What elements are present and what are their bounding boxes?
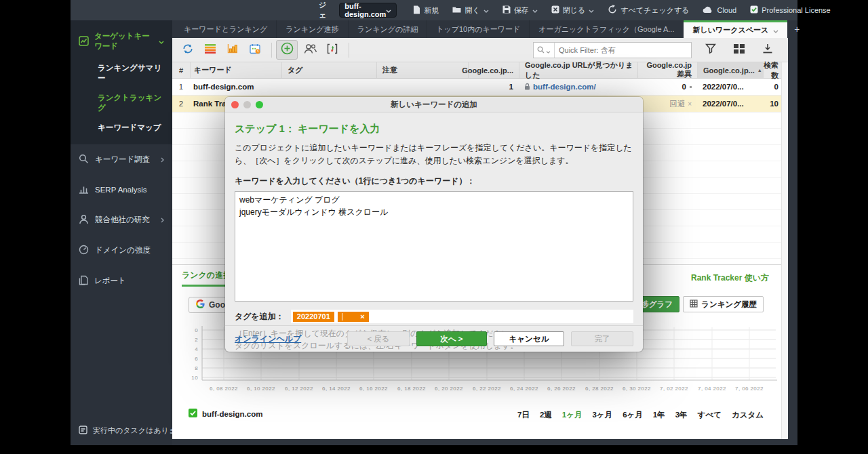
step-heading: ステップ 1： キーワードを入力 [235,123,633,136]
sidebar-item-rank-tracking[interactable]: ランクトラッキング [71,88,172,118]
chevron-down-icon [546,44,551,56]
diff-value: 回避 [669,99,685,109]
row-rank: 1 [468,83,519,91]
tab-ranking-progress[interactable]: ランキング進捗 [277,20,348,38]
sidebar-item-reports[interactable]: レポート [71,266,172,296]
sidebar-item-keyword-research[interactable]: キーワード調査 [71,144,172,175]
chevron-down-icon [773,26,778,35]
quick-filter-mode[interactable] [534,43,555,58]
columns-button[interactable] [731,41,747,59]
svg-text:2: 2 [195,337,198,343]
check-all-button[interactable]: すべてチェックする [608,5,689,16]
update-rankings-button[interactable] [178,41,198,59]
license-button[interactable]: Professional License [750,5,831,15]
sidebar-item-target-keywords[interactable]: ターゲットキーワード [71,24,172,58]
save-button[interactable]: 保存 [502,5,538,16]
online-help-link[interactable]: オンラインヘルプ [235,333,301,345]
svg-text:6, 24 2022: 6, 24 2022 [510,386,538,392]
table-row[interactable]: 1 buff-design.com 1 buff-design.com/ 0 2… [172,79,788,96]
column-header-num[interactable]: # [172,62,190,78]
svg-text:7, 02 2022: 7, 02 2022 [660,386,688,392]
range-3y[interactable]: 3年 [675,410,688,420]
tag-row: タグを追加： 20220701 × [235,310,633,323]
svg-text:6, 26 2022: 6, 26 2022 [547,386,576,392]
cloud-button[interactable]: Cloud [703,6,736,15]
new-button-label: 新規 [424,5,439,16]
text-caret [342,313,343,321]
chart-legend-item[interactable]: buff-design.com [189,409,262,419]
project-select[interactable]: buff-design.com [339,3,397,18]
close-button-label: 閉じる [563,5,586,16]
open-button[interactable]: 開く [452,5,488,16]
domain-strength-label: ドメインの強度 [95,245,164,255]
tab-organic-traffic[interactable]: オーガニックトラフィック（Google A... [530,20,684,38]
export-button[interactable] [760,41,776,59]
vertical-scrollbar[interactable] [781,62,788,439]
row-num: 1 [172,83,190,91]
column-header-rank[interactable]: Google.co.jp... [468,62,519,78]
found-url-link[interactable]: buff-design.com/ [524,83,596,91]
rank-tracker-help-link[interactable]: Rank Tracker 使い方 [691,272,769,284]
add-workspace-button[interactable]: + [787,20,806,38]
open-button-label: 開く [465,5,479,16]
running-tasks-status[interactable]: 実行中のタスクはありません [71,420,172,441]
cancel-button[interactable]: キャンセル [494,331,564,346]
schedule-button[interactable] [245,41,265,59]
tag-chip-editing[interactable]: × [338,312,369,322]
column-header-tag[interactable]: タグ [281,62,376,78]
diff-close-icon[interactable]: × [688,100,692,108]
back-button[interactable]: < 戻る [347,331,410,346]
column-header-diff[interactable]: Google.co.jp 差異 [637,62,697,78]
sidebar-item-competitor-research[interactable]: 競合他社の研究 [71,205,172,235]
column-header-note[interactable]: 注意 [376,62,468,78]
column-header-date-sorted[interactable]: Google.co.jp... ▲ [697,62,763,78]
svg-text:6, 14 2022: 6, 14 2022 [322,386,351,392]
keyword-list-button[interactable] [200,41,220,59]
done-button[interactable]: 完了 [571,331,633,346]
range-7d[interactable]: 7日 [517,410,530,420]
range-3m[interactable]: 3ヶ月 [592,410,612,420]
tab-keywords-rankings[interactable]: キーワードとランキング [175,20,277,38]
svg-text:6, 28 2022: 6, 28 2022 [585,386,614,392]
quick-filter-input[interactable] [555,46,691,54]
range-1y[interactable]: 1年 [653,410,665,420]
legend-checkbox-icon [189,409,197,419]
tab-top10-keywords[interactable]: トップ10内のキーワード [427,20,530,38]
column-header-keyword[interactable]: キーワード [190,62,281,78]
zoom-window-button[interactable] [256,101,263,108]
table-header: # キーワード タグ 注意 Google.co.jp... Google.co.… [172,62,788,79]
sidebar-item-keyword-map[interactable]: キーワードマップ [71,118,172,138]
tag-chip[interactable]: 20220701 [293,312,334,322]
competitors-button[interactable] [300,41,320,59]
new-button[interactable]: 新規 [413,5,439,16]
filter-button[interactable] [703,41,719,59]
chart-view-button[interactable] [222,41,243,59]
ranking-history-button[interactable]: ランキング履歴 [683,296,764,312]
range-custom[interactable]: カスタム [732,410,764,420]
toolbar-right [703,41,776,59]
project-select-value: buff-design.com [344,2,386,18]
close-window-button[interactable] [231,101,239,108]
range-1m-active[interactable]: 1ヶ月 [562,410,583,420]
move-keywords-button[interactable] [322,41,342,59]
close-project-button[interactable]: 閉じる [551,5,595,16]
quick-filter [533,42,692,58]
sidebar-item-serp-analysis[interactable]: SERP Analysis [71,175,172,205]
workspace-tabbar: キーワードとランキング ランキング進捗 ランキングの詳細 トップ10内のキーワー… [172,20,797,38]
range-2w[interactable]: 2週 [540,410,552,420]
tab-new-workspace[interactable]: 新しいワークスペース [684,20,787,38]
sidebar-item-ranking-summary[interactable]: ランキングサマリー [71,58,172,88]
range-6m[interactable]: 6ヶ月 [623,410,643,420]
reports-label: レポート [94,276,164,286]
column-header-url[interactable]: Google.co.jp URLが見つかりました [519,62,637,78]
tab-ranking-details[interactable]: ランキングの詳細 [349,20,428,38]
tag-remove-icon[interactable]: × [360,312,364,321]
tag-input-field[interactable]: 20220701 × [291,310,633,323]
sidebar-item-domain-strength[interactable]: ドメインの強度 [71,235,172,266]
next-button[interactable]: 次へ > [416,331,487,346]
range-all[interactable]: すべて [698,410,722,420]
minimize-window-button[interactable] [243,101,251,108]
keywords-textarea[interactable]: webマーケティング ブログ jqueryモーダルウィンドウ 横スクロール [235,191,633,302]
add-keywords-button[interactable] [276,40,298,60]
tasks-icon [79,426,87,436]
